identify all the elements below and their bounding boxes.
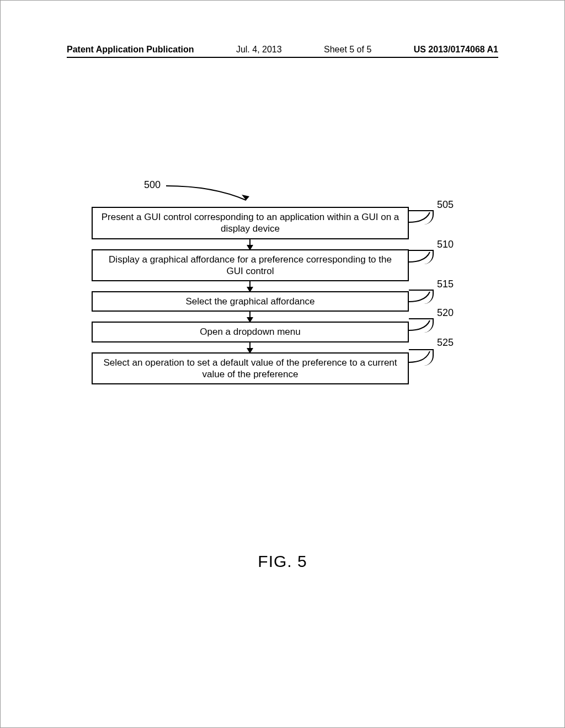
start-arrow-icon [163,181,257,208]
flow-step-520: Open a dropdown menu [92,322,409,342]
callout-line [409,349,434,366]
flow-step-510: Display a graphical affordance for a pre… [92,249,409,282]
flow-step-505: Present a GUI control corresponding to a… [92,207,409,239]
callout-line [409,250,434,264]
flowchart: 500 Present a GUI control corresponding … [92,183,445,384]
flow-step-text: Select the graphical affordance [185,296,315,307]
arrow-down-icon [249,312,250,322]
flow-step-515: Select the graphical affordance [92,291,409,312]
flow-step-ref: 520 [437,307,454,319]
sheet-number: Sheet 5 of 5 [324,45,371,55]
flow-step-ref: 510 [437,239,454,250]
publication-number: US 2013/0174068 A1 [414,45,498,55]
callout-line [409,210,434,224]
flow-step-text: Display a graphical affordance for a pre… [109,254,392,276]
figure-caption: FIG. 5 [1,552,564,571]
page-frame: Patent Application Publication Jul. 4, 2… [0,0,565,728]
callout-line [409,290,434,304]
flow-step-525: Select an operation to set a default val… [92,352,409,385]
page-header: Patent Application Publication Jul. 4, 2… [67,45,498,58]
arrow-down-icon [249,281,250,291]
arrow-down-icon [249,239,250,249]
flow-step-text: Present a GUI control corresponding to a… [102,212,399,234]
publication-label: Patent Application Publication [67,45,194,55]
flowchart-start-ref: 500 [144,179,161,191]
flow-step-text: Open a dropdown menu [200,326,300,337]
publication-date: Jul. 4, 2013 [236,45,282,55]
flow-step-ref: 505 [437,199,454,211]
callout-line [409,318,434,333]
flow-step-text: Select an operation to set a default val… [103,357,397,379]
flow-step-ref: 525 [437,337,454,349]
flow-step-ref: 515 [437,279,454,290]
arrow-down-icon [249,342,250,352]
